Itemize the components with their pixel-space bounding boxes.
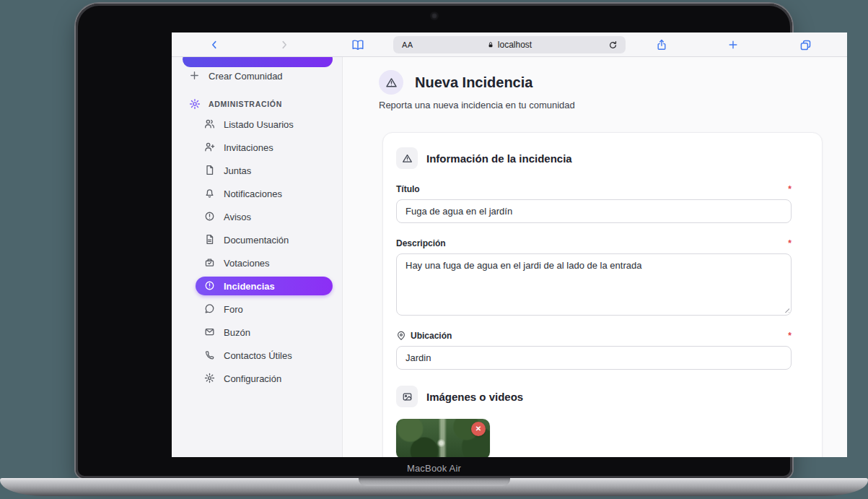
sidebar-item-label: Notificaciones — [224, 188, 282, 199]
sidebar-item-avisos[interactable]: Avisos — [172, 207, 343, 226]
section-imagenes: Imágenes o videos — [396, 386, 809, 407]
reader-options-button[interactable]: AA — [402, 40, 413, 49]
ubicacion-input[interactable] — [396, 346, 792, 370]
share-icon — [656, 38, 667, 51]
sidebar-item-votaciones[interactable]: Votaciones — [172, 253, 343, 272]
section-informacion: Información de la incidencia — [396, 147, 809, 169]
ubicacion-label: Ubicación — [396, 331, 452, 341]
sidebar-item-label: Avisos — [224, 212, 251, 222]
remove-attachment-button[interactable]: ✕ — [471, 422, 486, 436]
alert-triangle-icon — [396, 147, 418, 169]
sidebar-item-listado-usuarios[interactable]: Listado Usuarios — [172, 115, 343, 134]
mail-icon — [204, 326, 216, 338]
descripcion-field: Descripción * Hay una fuga de agua en el… — [396, 238, 792, 316]
sidebar-item-contactos-utiles[interactable]: Contactos Útiles — [172, 346, 343, 365]
bell-icon — [204, 188, 216, 199]
main-content: Nueva Incidencia Reporta una nueva incid… — [343, 57, 847, 457]
sidebar-item-label: Configuración — [224, 373, 281, 384]
titulo-label: Título — [396, 184, 420, 194]
gear-icon — [189, 98, 201, 110]
chevron-left-icon — [209, 39, 219, 51]
incident-form-card: Información de la incidencia Título * De… — [382, 132, 823, 457]
sidebar-item-juntas[interactable]: Juntas — [172, 161, 343, 180]
ballot-icon — [204, 257, 216, 269]
sidebar-item-incidencias[interactable]: Incidencias — [196, 277, 333, 295]
required-marker: * — [788, 184, 792, 194]
attachment-thumbnail[interactable]: ✕ — [396, 419, 490, 457]
section-title: Imágenes o videos — [426, 391, 523, 403]
alert-circle-icon — [204, 211, 216, 222]
create-community-button[interactable]: Crear Comunidad — [172, 66, 343, 85]
sidebar-item-label: Listado Usuarios — [224, 119, 294, 130]
ubicacion-label-text: Ubicación — [411, 331, 452, 341]
sidebar-item-configuracion[interactable]: Configuración — [172, 369, 343, 388]
titulo-field: Título * — [396, 184, 792, 223]
safari-toolbar: AA localhost — [172, 32, 847, 57]
back-button[interactable] — [207, 32, 222, 57]
reading-list-button[interactable] — [351, 32, 365, 57]
sidebar-item-label: Votaciones — [224, 258, 270, 269]
required-marker: * — [788, 331, 792, 341]
webcam-dot — [431, 13, 437, 19]
file-icon — [204, 165, 216, 176]
required-marker: * — [788, 238, 792, 248]
image-icon — [396, 386, 418, 407]
section-title: Información de la incidencia — [426, 152, 572, 165]
sidebar-item-label: Contactos Útiles — [224, 350, 292, 361]
page-header: Nueva Incidencia — [379, 70, 847, 95]
share-button[interactable] — [654, 32, 670, 57]
descripcion-label: Descripción — [396, 238, 446, 248]
sidebar-item-label: Foro — [224, 304, 243, 315]
chevron-right-icon — [279, 39, 289, 51]
plus-icon — [728, 40, 738, 50]
sidebar-item-label: Juntas — [224, 165, 251, 176]
page-title: Nueva Incidencia — [415, 74, 532, 91]
tabs-icon — [799, 39, 812, 51]
map-pin-icon — [396, 331, 406, 341]
sidebar-item-label: Incidencias — [224, 281, 275, 292]
url-text: localhost — [487, 40, 532, 50]
users-icon — [204, 118, 216, 130]
sidebar-item-invitaciones[interactable]: Invitaciones — [172, 138, 343, 157]
laptop-base — [0, 478, 868, 496]
browser-window: AA localhost — [172, 32, 847, 457]
lock-icon — [487, 40, 494, 49]
alert-triangle-icon — [379, 70, 403, 95]
page-subtitle: Reporta una nueva incidencia en tu comun… — [379, 100, 847, 110]
sidebar-section-administracion: ADMINISTRACIÓN — [172, 95, 343, 113]
section-label: ADMINISTRACIÓN — [209, 100, 282, 108]
new-tab-button[interactable] — [726, 32, 740, 57]
alert-circle-icon — [204, 280, 216, 292]
sidebar-item-foro[interactable]: Foro — [172, 300, 343, 318]
gear-icon — [204, 373, 216, 384]
sidebar-item-buzon[interactable]: Buzón — [172, 323, 343, 342]
sidebar-item-label: Documentación — [224, 235, 289, 246]
message-circle-icon — [204, 303, 216, 315]
forward-button[interactable] — [277, 32, 291, 57]
sidebar-item-label: Buzón — [224, 327, 250, 338]
reload-icon — [608, 40, 618, 50]
ubicacion-field: Ubicación * — [396, 331, 792, 370]
domain-label: localhost — [498, 40, 532, 50]
phone-icon — [204, 350, 216, 361]
reload-button[interactable] — [605, 38, 620, 52]
file-text-icon — [204, 234, 216, 246]
book-icon — [351, 39, 364, 51]
create-community-label: Crear Comunidad — [209, 71, 283, 82]
plus-icon — [189, 70, 201, 82]
titulo-input[interactable] — [396, 199, 792, 223]
tab-overview-button[interactable] — [797, 32, 813, 57]
laptop-lid: AA localhost — [76, 4, 792, 478]
sidebar: Crear Comunidad ADMINISTRACIÓN Listado U… — [172, 57, 343, 457]
sidebar-item-label: Invitaciones — [224, 142, 273, 153]
user-plus-icon — [204, 142, 216, 153]
sidebar-item-notificaciones[interactable]: Notificaciones — [172, 184, 343, 203]
app-content: Crear Comunidad ADMINISTRACIÓN Listado U… — [172, 57, 847, 457]
device-label: MacBook Air — [76, 463, 792, 474]
laptop-notch — [359, 478, 510, 486]
descripcion-textarea[interactable]: Hay una fuga de agua en el jardi de al l… — [396, 253, 792, 316]
sidebar-item-documentacion[interactable]: Documentación — [172, 230, 343, 249]
address-bar[interactable]: AA localhost — [393, 36, 626, 53]
